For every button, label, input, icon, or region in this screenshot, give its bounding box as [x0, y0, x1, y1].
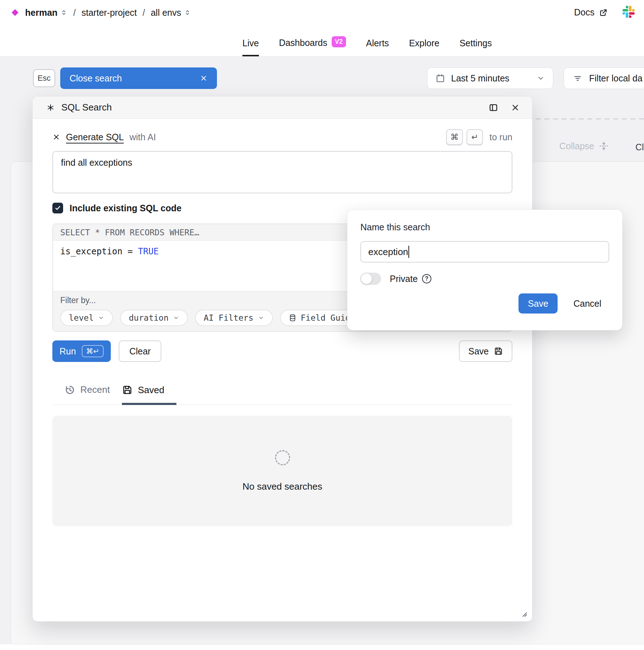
nav-tab-live[interactable]: Live	[242, 38, 259, 56]
esc-key-hint: Esc	[33, 69, 55, 87]
modal-header-icons	[488, 103, 520, 113]
ai-prompt-value: find all exceptions	[61, 157, 132, 168]
nav-tab-dashboards[interactable]: Dashboards V2	[279, 37, 346, 56]
search-name-value: exception	[368, 246, 408, 258]
time-range-dropdown[interactable]: Last 5 minutes	[427, 67, 553, 89]
chevron-down-icon	[173, 315, 179, 321]
clear-button[interactable]: Clear	[119, 340, 162, 362]
tab-recent[interactable]: Recent	[65, 382, 110, 405]
text-cursor	[408, 246, 409, 258]
sql-search-modal: SQL Search Generate SQL with AI ⌘ ↵	[32, 96, 532, 622]
help-icon[interactable]: ?	[422, 274, 431, 283]
empty-state-text: No saved searches	[242, 481, 322, 492]
filter-label: Filter local da	[589, 73, 643, 84]
private-toggle[interactable]	[360, 273, 381, 285]
breadcrumb-env-selector[interactable]: all envs	[151, 8, 191, 18]
database-icon	[289, 314, 297, 322]
spinner-icon	[275, 450, 290, 465]
modal-header: SQL Search	[33, 96, 532, 119]
modal-title: SQL Search	[61, 102, 112, 113]
chip-label: AI Filters	[204, 313, 253, 322]
save-label: Save	[468, 346, 489, 357]
save-floppy-icon	[494, 347, 503, 356]
dialog-save-label: Save	[528, 298, 548, 309]
resize-handle-icon[interactable]	[520, 610, 528, 618]
chip-level[interactable]: level	[60, 310, 113, 326]
close-search-label: Close search	[70, 73, 122, 84]
collapse-icon	[598, 141, 609, 151]
collapse-control[interactable]: Collapse	[559, 141, 609, 151]
private-label: Private	[390, 274, 418, 284]
env-name: all envs	[151, 8, 181, 18]
filter-local-button[interactable]: Filter local da	[564, 67, 644, 89]
dialog-cancel-button[interactable]: Cancel	[573, 298, 601, 309]
table-dashed-separator	[536, 118, 644, 119]
editor-actions-row: Run ⌘↵ Clear Save	[52, 340, 512, 362]
page-bottom-strip	[0, 644, 644, 650]
nav-tab-label: Alerts	[366, 38, 389, 48]
search-name-input[interactable]: exception	[360, 241, 609, 263]
sparkle-asterisk-icon	[46, 103, 55, 112]
generate-sql-suffix: with AI	[129, 132, 156, 142]
dialog-title: Name this search	[360, 222, 609, 232]
chip-label: level	[69, 313, 94, 322]
breadcrumb: herman / starter-project / all envs	[11, 4, 191, 21]
esc-label: Esc	[38, 74, 51, 83]
saved-searches-empty-state: No saved searches	[52, 416, 512, 526]
time-range-label: Last 5 minutes	[451, 73, 510, 84]
breadcrumb-switch-icon	[60, 8, 67, 17]
sql-code-lhs: is_exception =	[60, 246, 138, 256]
to-run-label: to run	[489, 132, 512, 142]
chip-label: duration	[129, 313, 169, 322]
nav-tab-explore[interactable]: Explore	[409, 38, 440, 56]
clipped-column-text: Cl	[635, 142, 644, 152]
private-label-group: Private ?	[390, 274, 431, 284]
breadcrumb-separator: /	[73, 8, 76, 18]
app-bar: herman / starter-project / all envs Docs	[0, 0, 644, 57]
run-label: Run	[60, 346, 76, 357]
run-shortcut-hint: ⌘ ↵ to run	[446, 129, 512, 145]
dialog-actions: Save Cancel	[360, 293, 609, 314]
calendar-icon	[435, 73, 445, 83]
chip-ai-filters[interactable]: AI Filters	[195, 310, 273, 326]
slack-icon[interactable]	[622, 6, 635, 18]
include-sql-label: Include existing SQL code	[70, 203, 181, 213]
docs-link[interactable]: Docs	[574, 7, 608, 18]
breadcrumb-project[interactable]: starter-project	[81, 8, 137, 18]
return-key: ↵	[467, 129, 483, 145]
chip-duration[interactable]: duration	[120, 310, 188, 326]
app-root: herman / starter-project / all envs Docs	[0, 0, 644, 650]
save-search-button[interactable]: Save	[459, 340, 512, 362]
save-floppy-icon	[122, 385, 133, 395]
main-nav: Live Dashboards V2 Alerts Explore Settin…	[242, 37, 492, 56]
command-key: ⌘	[446, 129, 463, 145]
nav-tab-label: Live	[242, 38, 259, 48]
breadcrumb-org-selector[interactable]: herman	[25, 8, 67, 18]
chevron-down-icon	[536, 74, 545, 83]
generate-sql-row: Generate SQL with AI ⌘ ↵ to run	[52, 129, 512, 145]
side-panel-icon[interactable]	[488, 103, 498, 113]
docs-label: Docs	[574, 7, 595, 18]
nav-tab-alerts[interactable]: Alerts	[366, 38, 389, 56]
brand-diamond-icon	[11, 8, 19, 17]
include-sql-checkbox[interactable]	[52, 203, 63, 213]
history-icon	[65, 385, 75, 395]
tab-saved[interactable]: Saved	[122, 382, 176, 405]
ai-prompt-input[interactable]: find all exceptions	[52, 151, 512, 193]
run-button[interactable]: Run ⌘↵	[52, 340, 111, 362]
chevron-down-icon	[98, 315, 104, 321]
clear-label: Clear	[129, 346, 151, 357]
dialog-save-button[interactable]: Save	[518, 293, 558, 314]
close-icon[interactable]	[200, 74, 208, 82]
close-icon[interactable]	[52, 133, 60, 141]
nav-tab-settings[interactable]: Settings	[459, 38, 492, 56]
nav-tab-label: Dashboards	[279, 38, 327, 48]
tab-saved-label: Saved	[138, 385, 164, 396]
sql-code-keyword: TRUE	[138, 246, 159, 256]
close-search-button[interactable]: Close search	[60, 67, 217, 89]
search-lists-tabs: Recent Saved	[52, 382, 512, 405]
generate-sql-link[interactable]: Generate SQL	[66, 132, 124, 142]
nav-tab-label: Explore	[409, 38, 440, 48]
name-search-dialog: Name this search exception Private ? Sav…	[347, 209, 622, 330]
close-icon[interactable]	[511, 103, 520, 112]
